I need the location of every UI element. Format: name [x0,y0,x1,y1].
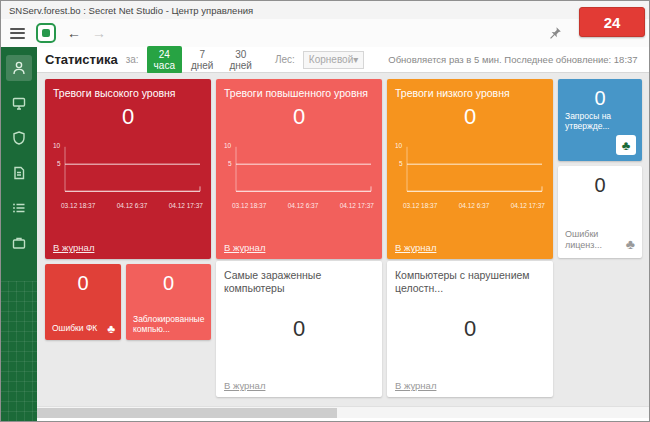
journal-link[interactable]: В журнал [53,242,94,253]
period-24h-button[interactable]: 24 часа [147,46,182,74]
y-tick: 5 [57,161,61,168]
titlebar: SNServ.forest.bo : Secret Net Studio - Ц… [1,1,649,19]
stats-title: Статистика [45,52,118,67]
journal-link[interactable]: В журнал [224,242,265,253]
x-axis-labels: 03.12 18:37 04.12 6:37 04.12 17:37 [403,202,545,209]
sidebar-item-documents[interactable] [6,160,32,186]
alarm-trend-chart: 10 5 03.12 18:37 04.12 6:37 04.12 17:37 [224,141,374,209]
widget-blocked-computers[interactable]: 0 Заблокированные компью... [126,264,211,340]
journal-link[interactable]: В журнал [224,380,265,391]
period-7d-button[interactable]: 7 дней [184,46,221,74]
sidebar-item-users[interactable] [6,55,32,81]
widget-title: Тревоги низкого уровня [395,87,545,100]
clover-icon: ♣ [622,139,631,152]
widget-value: 0 [564,174,636,196]
y-tick: 10 [224,143,231,150]
sidebar-nav [1,47,37,421]
stats-toolbar: Статистика за: 24 часа 7 дней 30 дней Ле… [37,47,649,73]
y-tick: 10 [53,143,60,150]
user-icon [11,60,27,76]
x-tick: 04.12 6:37 [459,202,490,209]
widget-integrity-violations[interactable]: Компьютеры с нарушением целостн... 0 В ж… [387,261,553,397]
horizontal-scrollbar-thumb[interactable] [37,408,337,418]
alarm-trend-chart: 10 5 03.12 18:37 04.12 6:37 04.12 17:37 [395,141,545,209]
circuit-pattern-decoration [1,281,37,421]
widget-elevated-alarms[interactable]: Тревоги повышенного уровня 0 10 5 03.12 … [216,79,382,259]
widget-value: 0 [564,87,636,109]
journal-link[interactable]: В журнал [395,380,436,391]
widget-title: Запросы на утвержде... [565,111,635,131]
period-30d-button[interactable]: 30 дней [222,46,259,74]
widget-license-errors[interactable]: 0 Ошибки лиценз... ♣ [558,166,642,258]
period-segmented-control: 24 часа 7 дней 30 дней [147,46,259,74]
x-tick: 04.12 17:37 [511,202,545,209]
widget-value: 0 [395,105,545,129]
widget-value: 0 [224,317,374,341]
widget-high-alarms[interactable]: Тревоги высокого уровня 0 10 5 03.12 18:… [45,79,211,259]
clover-icon: ♣ [107,323,115,335]
x-tick: 04.12 17:37 [340,202,374,209]
hamburger-menu-icon[interactable] [10,25,25,41]
widget-title: Ошибки лиценз... [565,229,620,251]
computer-icon [11,95,27,111]
window-title: SNServ.forest.bo : Secret Net Studio - Ц… [9,5,253,16]
approval-icon-box: ♣ [616,135,636,155]
journal-link[interactable]: В журнал [395,242,436,253]
x-tick: 04.12 6:37 [117,202,148,209]
forest-dropdown-value: Корневой [309,54,353,65]
dashboard-area: Тревоги высокого уровня 0 10 5 03.12 18:… [37,73,649,406]
widget-approval-requests[interactable]: 0 Запросы на утвержде... ♣ [558,79,642,161]
horizontal-scrollbar[interactable] [37,406,649,418]
nav-toolbar: ← → [1,19,649,47]
widget-title: Тревоги высокого уровня [53,87,203,100]
app-window: SNServ.forest.bo : Secret Net Studio - Ц… [0,0,650,422]
list-icon [11,200,27,216]
briefcase-icon [11,235,27,251]
widget-value: 0 [395,317,545,341]
x-tick: 04.12 6:37 [288,202,319,209]
clover-icon: ♣ [626,237,635,251]
widget-value: 0 [132,272,205,294]
sidebar-item-journals[interactable] [6,195,32,221]
alarm-trend-chart: 10 5 03.12 18:37 04.12 6:37 04.12 17:37 [53,141,203,209]
x-tick: 03.12 18:37 [403,202,437,209]
widget-value: 0 [51,272,115,294]
x-tick: 03.12 18:37 [232,202,266,209]
y-tick: 10 [395,143,402,150]
pin-icon[interactable] [547,25,563,41]
notification-badge[interactable]: 24 [579,7,645,37]
period-label: за: [126,54,139,65]
widget-title: Заблокированные компью... [133,314,206,334]
forest-dropdown[interactable]: Корневой ▾ [303,51,364,69]
document-icon [11,165,27,181]
widget-title: Тревоги повышенного уровня [224,87,374,100]
widget-value: 0 [53,105,203,129]
sidebar-item-security[interactable] [6,125,32,151]
x-tick: 03.12 18:37 [61,202,95,209]
widget-title: Ошибки ФК [52,323,101,333]
widget-infected-computers[interactable]: Самые зараженные компьютеры 0 В журнал [216,261,382,397]
widget-fk-errors[interactable]: 0 Ошибки ФК ♣ [45,264,121,340]
widget-title: Компьютеры с нарушением целостн... [395,269,545,295]
sidebar-item-computers[interactable] [6,90,32,116]
x-tick: 04.12 17:37 [169,202,203,209]
refresh-status-text: Обновляется раз в 5 мин. Последнее обнов… [388,54,637,65]
x-axis-labels: 03.12 18:37 04.12 6:37 04.12 17:37 [61,202,203,209]
chevron-down-icon: ▾ [353,54,358,65]
sidebar-item-resources[interactable] [6,230,32,256]
x-axis-labels: 03.12 18:37 04.12 6:37 04.12 17:37 [232,202,374,209]
forest-label: Лес: [275,54,295,65]
widget-value: 0 [224,105,374,129]
widget-low-alarms[interactable]: Тревоги низкого уровня 0 10 5 03.12 18:3… [387,79,553,259]
shield-icon [11,130,27,146]
forward-arrow-icon[interactable]: → [92,26,106,40]
back-arrow-icon[interactable]: ← [67,26,81,40]
y-tick: 5 [228,161,232,168]
y-tick: 5 [399,161,403,168]
app-logo-icon [36,23,56,43]
widget-title: Самые зараженные компьютеры [224,269,374,295]
